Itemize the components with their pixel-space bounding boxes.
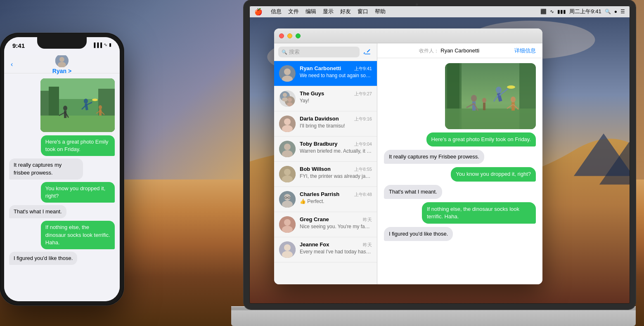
maximize-button[interactable] <box>296 33 301 38</box>
siri-icon[interactable]: ● <box>614 9 617 14</box>
conv-time-greg: 昨天 <box>363 217 372 223</box>
menu-edit[interactable]: 编辑 <box>305 8 316 15</box>
conv-name-jeanne: Jeanne Fox <box>300 241 329 248</box>
svg-point-73 <box>511 97 516 102</box>
svg-point-37 <box>287 102 293 106</box>
svg-point-42 <box>284 144 291 150</box>
conversation-ryan-carbonetti[interactable]: Ryan Carbonetti 上午9:41 We need to hang o… <box>274 61 377 86</box>
menubar-time: 周二上午9:41 <box>569 8 601 15</box>
iphone-contact[interactable]: Ryan > <box>52 54 71 74</box>
svg-point-36 <box>288 98 292 102</box>
search-field[interactable]: 🔍 搜索 <box>278 47 360 57</box>
svg-point-57 <box>284 244 291 251</box>
detail-button[interactable]: 详细信息 <box>514 47 536 54</box>
signal-icon: ▐▐▐ <box>92 43 102 47</box>
conversations-sidebar: 🔍 搜索 <box>274 43 377 284</box>
conversation-darla-davidson[interactable]: Darla Davidson 上午9:16 I'll bring the tir… <box>274 111 377 137</box>
svg-point-45 <box>284 169 291 175</box>
conv-time-jeanne: 昨天 <box>363 242 372 248</box>
svg-point-34 <box>283 93 287 97</box>
conv-preview-ryan: We need to hang out again soon. Don't be… <box>300 73 372 78</box>
avatar-darla <box>279 116 296 132</box>
chat-header: 收件人： Ryan Carbonetti 详细信息 <box>377 43 542 58</box>
avatar-toby <box>279 141 296 157</box>
menubar-right: ⬛ ∿ ▮▮▮ 周二上午9:41 🔍 ● ☰ <box>540 8 625 15</box>
macbook-inner: 🍎 信息 文件 编辑 显示 好友 窗口 帮助 ⬛ ∿ ▮▮▮ 周二上午9:41 … <box>249 6 630 304</box>
menubar: 🍎 信息 文件 编辑 显示 好友 窗口 帮助 ⬛ ∿ ▮▮▮ 周二上午9:41 … <box>249 6 630 17</box>
macbook-camera <box>416 3 418 6</box>
apple-menu[interactable]: 🍎 <box>254 8 263 16</box>
conversation-toby-bradbury[interactable]: Toby Bradbury 上午9:04 Warren briefed me. … <box>274 137 377 162</box>
conversation-list: Ryan Carbonetti 上午9:41 We need to hang o… <box>274 61 377 284</box>
iphone-device: 9:41 ▐▐▐ ∿ ▮ ‹ Ryan > <box>0 33 124 305</box>
search-placeholder: 搜索 <box>289 48 300 56</box>
conv-name-charles: Charles Parrish <box>300 191 339 197</box>
svg-rect-63 <box>445 109 536 129</box>
conv-time-bob: 上午8:55 <box>354 166 372 172</box>
chat-messages: Here's a great photo Emily took on Frida… <box>377 58 542 284</box>
search-menu-icon[interactable]: 🔍 <box>605 9 611 14</box>
recipient-label: 收件人： <box>419 48 439 54</box>
conversation-charles-parrish[interactable]: Charles Parrish 上午8:48 👍 Perfect. <box>274 187 377 212</box>
menu-help[interactable]: 帮助 <box>375 8 386 15</box>
conv-info-greg: Greg Crane 昨天 Nice seeing you. You're my… <box>300 216 372 229</box>
chat-msg-6: I figured you'd like those. <box>384 227 453 241</box>
svg-rect-19 <box>99 109 102 116</box>
menu-file[interactable]: 文件 <box>288 8 299 15</box>
iphone-status-icons: ▐▐▐ ∿ ▮ <box>92 42 111 47</box>
svg-rect-74 <box>511 102 515 111</box>
conv-info-ryan: Ryan Carbonetti 上午9:41 We need to hang o… <box>300 65 372 78</box>
menu-messages[interactable]: 信息 <box>271 8 282 15</box>
conv-info-bob: Bob Willson 上午8:55 FYI, the printer was … <box>300 166 372 179</box>
macbook-hinge <box>231 307 636 310</box>
conversation-greg-crane[interactable]: Greg Crane 昨天 Nice seeing you. You're my… <box>274 212 377 237</box>
wifi-icon[interactable]: ∿ <box>550 9 554 14</box>
conv-time-ryan: 上午9:41 <box>354 66 372 72</box>
svg-point-35 <box>282 97 288 102</box>
menu-friends[interactable]: 好友 <box>340 8 351 15</box>
conv-name-toby: Toby Bradbury <box>300 141 338 147</box>
conv-name-ryan: Ryan Carbonetti <box>300 65 341 71</box>
conv-header-toby: Toby Bradbury 上午9:04 <box>300 141 372 147</box>
compose-button[interactable] <box>362 47 373 57</box>
conv-name-bob: Bob Willson <box>300 166 331 172</box>
svg-point-77 <box>482 98 486 103</box>
conv-name-guys: The Guys <box>300 90 324 97</box>
svg-rect-8 <box>40 116 115 132</box>
menu-view[interactable]: 显示 <box>323 8 334 15</box>
iphone-msg-1: Here's a great photo Emily took on Frida… <box>41 135 115 156</box>
svg-point-13 <box>84 99 88 104</box>
iphone-nav: ‹ Ryan > <box>4 55 120 73</box>
chat-photo-message <box>445 63 536 129</box>
svg-point-68 <box>496 87 502 93</box>
avatar-jeanne <box>279 241 296 258</box>
menubar-left: 🍎 信息 文件 编辑 显示 好友 窗口 帮助 <box>254 8 540 16</box>
conv-info-darla: Darla Davidson 上午9:16 I'll bring the tir… <box>300 116 372 129</box>
conversation-the-guys[interactable]: The Guys 上午9:27 Yay! <box>274 86 377 111</box>
airplay-icon[interactable]: ⬛ <box>540 9 547 14</box>
back-button[interactable]: ‹ <box>11 61 13 68</box>
control-center-icon[interactable]: ☰ <box>620 9 625 14</box>
conversation-bob-willson[interactable]: Bob Willson 上午8:55 FYI, the printer was … <box>274 162 377 187</box>
traffic-lights <box>279 33 301 38</box>
close-button[interactable] <box>279 33 284 38</box>
macbook-device: 🍎 信息 文件 编辑 显示 好友 窗口 帮助 ⬛ ∿ ▮▮▮ 周二上午9:41 … <box>190 0 644 326</box>
svg-point-17 <box>92 99 98 101</box>
minimize-button[interactable] <box>287 33 292 38</box>
messages-window: 🔍 搜索 <box>274 28 542 284</box>
avatar-charles <box>279 191 296 208</box>
iphone-msg-6: I figured you'd like those. <box>9 252 77 265</box>
conv-preview-guys: Yay! <box>300 98 372 104</box>
battery-icon[interactable]: ▮▮▮ <box>557 9 566 14</box>
conv-info-charles: Charles Parrish 上午8:48 👍 Perfect. <box>300 191 372 204</box>
conv-preview-greg: Nice seeing you. You're my favorite pers… <box>300 224 372 229</box>
conv-time-guys: 上午9:27 <box>354 91 372 97</box>
conversation-jeanne-fox[interactable]: Jeanne Fox 昨天 Every meal I've had today … <box>274 237 377 262</box>
contact-name[interactable]: Ryan > <box>52 68 71 74</box>
iphone-msg-2: It really captures my frisbee prowess. <box>9 158 83 179</box>
svg-point-72 <box>507 85 515 89</box>
avatar-greg <box>279 216 296 233</box>
conv-time-charles: 上午8:48 <box>354 191 372 198</box>
chat-msg-1: Here's a great photo Emily took on Frida… <box>426 132 536 146</box>
menu-window[interactable]: 窗口 <box>358 8 368 15</box>
